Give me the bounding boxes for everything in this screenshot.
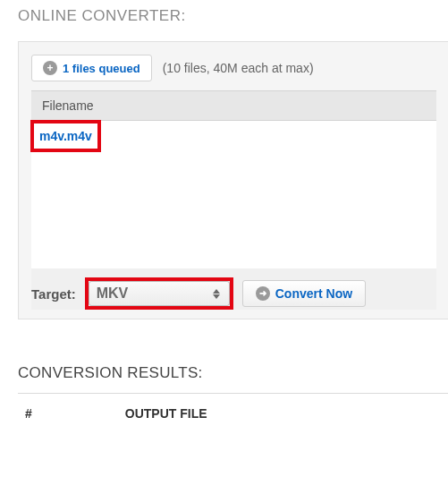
results-header: # OUTPUT FILE bbox=[18, 406, 448, 421]
target-highlight: MKV bbox=[85, 277, 233, 310]
convert-now-button[interactable]: ➜ Convert Now bbox=[242, 280, 366, 307]
filename-highlight: m4v.m4v bbox=[30, 120, 101, 152]
file-header-filename: Filename bbox=[31, 90, 436, 121]
select-caret-icon bbox=[211, 289, 222, 299]
queue-row: + 1 files queued (10 files, 40M each at … bbox=[31, 55, 436, 81]
results-section: CONVERSION RESULTS: # OUTPUT FILE bbox=[18, 364, 448, 421]
target-select[interactable]: MKV bbox=[89, 281, 230, 306]
converter-title: ONLINE CONVERTER: bbox=[18, 7, 448, 25]
plus-icon: + bbox=[43, 61, 57, 75]
files-queued-label: 1 files queued bbox=[63, 62, 140, 75]
results-col-output: OUTPUT FILE bbox=[125, 406, 207, 421]
convert-now-label: Convert Now bbox=[275, 286, 352, 301]
file-link[interactable]: m4v.m4v bbox=[39, 129, 92, 143]
arrow-right-icon: ➜ bbox=[256, 286, 270, 301]
files-queued-button[interactable]: + 1 files queued bbox=[31, 55, 152, 81]
file-body: m4v.m4v bbox=[31, 121, 436, 268]
results-col-index: # bbox=[25, 406, 32, 421]
table-row: m4v.m4v bbox=[31, 121, 436, 152]
converter-panel: + 1 files queued (10 files, 40M each at … bbox=[18, 41, 448, 319]
file-table: Filename m4v.m4v bbox=[31, 90, 436, 268]
results-divider bbox=[18, 393, 448, 394]
queue-note: (10 files, 40M each at max) bbox=[163, 61, 314, 75]
results-title: CONVERSION RESULTS: bbox=[18, 364, 448, 382]
target-label: Target: bbox=[31, 286, 76, 302]
action-bar: Target: MKV ➜ Convert Now bbox=[31, 268, 436, 310]
target-value: MKV bbox=[97, 285, 211, 302]
